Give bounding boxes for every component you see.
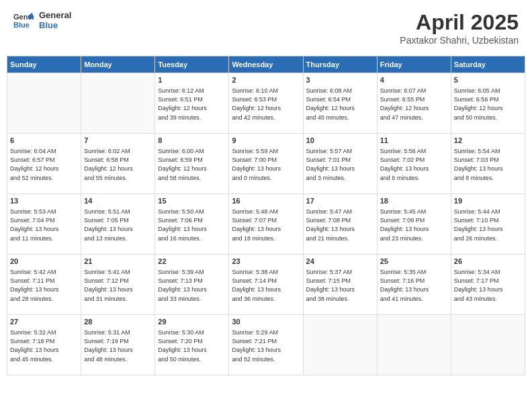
- day-info: Sunrise: 5:54 AM Sunset: 7:03 PM Dayligh…: [454, 147, 522, 182]
- weekday-header-saturday: Saturday: [451, 56, 525, 73]
- svg-text:Blue: Blue: [13, 21, 30, 29]
- day-info: Sunrise: 5:32 AM Sunset: 7:18 PM Dayligh…: [10, 328, 78, 363]
- calendar-cell: 11Sunrise: 5:56 AM Sunset: 7:02 PM Dayli…: [377, 134, 451, 194]
- day-info: Sunrise: 5:53 AM Sunset: 7:04 PM Dayligh…: [10, 208, 78, 242]
- day-number: 13: [10, 196, 78, 206]
- calendar-cell: 3Sunrise: 6:08 AM Sunset: 6:54 PM Daylig…: [303, 73, 377, 134]
- calendar-cell: [377, 315, 451, 375]
- calendar-cell: [7, 73, 81, 134]
- day-info: Sunrise: 6:04 AM Sunset: 6:57 PM Dayligh…: [10, 147, 78, 182]
- day-info: Sunrise: 5:37 AM Sunset: 7:15 PM Dayligh…: [306, 268, 374, 303]
- calendar-cell: 18Sunrise: 5:45 AM Sunset: 7:09 PM Dayli…: [377, 194, 451, 255]
- day-info: Sunrise: 6:02 AM Sunset: 6:58 PM Dayligh…: [84, 147, 152, 182]
- day-number: 6: [10, 136, 78, 146]
- calendar-cell: 9Sunrise: 5:59 AM Sunset: 7:00 PM Daylig…: [229, 134, 303, 194]
- day-number: 8: [158, 136, 226, 146]
- day-info: Sunrise: 6:10 AM Sunset: 6:53 PM Dayligh…: [232, 87, 300, 122]
- calendar-cell: 20Sunrise: 5:42 AM Sunset: 7:11 PM Dayli…: [7, 255, 81, 315]
- weekday-header-tuesday: Tuesday: [155, 56, 229, 73]
- calendar-cell: 26Sunrise: 5:34 AM Sunset: 7:17 PM Dayli…: [451, 255, 525, 315]
- day-info: Sunrise: 5:35 AM Sunset: 7:16 PM Dayligh…: [380, 268, 448, 303]
- calendar-cell: 17Sunrise: 5:47 AM Sunset: 7:08 PM Dayli…: [303, 194, 377, 255]
- calendar-cell: 30Sunrise: 5:29 AM Sunset: 7:21 PM Dayli…: [229, 315, 303, 375]
- logo-line1: General: [39, 10, 71, 20]
- calendar-cell: 28Sunrise: 5:31 AM Sunset: 7:19 PM Dayli…: [81, 315, 155, 375]
- calendar-body: 1Sunrise: 6:12 AM Sunset: 6:51 PM Daylig…: [7, 73, 525, 375]
- calendar-cell: 4Sunrise: 6:07 AM Sunset: 6:55 PM Daylig…: [377, 73, 451, 134]
- day-number: 5: [454, 75, 522, 85]
- calendar-table: SundayMondayTuesdayWednesdayThursdayFrid…: [7, 56, 525, 375]
- day-number: 4: [380, 75, 448, 85]
- logo-line2: Blue: [39, 20, 71, 30]
- calendar-cell: 7Sunrise: 6:02 AM Sunset: 6:58 PM Daylig…: [81, 134, 155, 194]
- day-number: 12: [454, 136, 522, 146]
- day-info: Sunrise: 5:41 AM Sunset: 7:12 PM Dayligh…: [84, 268, 152, 303]
- calendar-cell: 12Sunrise: 5:54 AM Sunset: 7:03 PM Dayli…: [451, 134, 525, 194]
- logo-icon: General Blue: [13, 10, 34, 30]
- day-number: 17: [306, 196, 374, 206]
- weekday-header-sunday: Sunday: [7, 56, 81, 73]
- day-number: 16: [232, 196, 300, 206]
- calendar-cell: 2Sunrise: 6:10 AM Sunset: 6:53 PM Daylig…: [229, 73, 303, 134]
- day-number: 3: [306, 75, 374, 85]
- day-info: Sunrise: 5:48 AM Sunset: 7:07 PM Dayligh…: [232, 208, 300, 242]
- day-number: 30: [232, 317, 300, 327]
- day-number: 2: [232, 75, 300, 85]
- calendar-cell: [451, 315, 525, 375]
- day-number: 19: [454, 196, 522, 206]
- day-number: 14: [84, 196, 152, 206]
- calendar-week-4: 20Sunrise: 5:42 AM Sunset: 7:11 PM Dayli…: [7, 255, 525, 315]
- weekday-header-wednesday: Wednesday: [229, 56, 303, 73]
- calendar-cell: 15Sunrise: 5:50 AM Sunset: 7:06 PM Dayli…: [155, 194, 229, 255]
- calendar-cell: [303, 315, 377, 375]
- day-info: Sunrise: 5:30 AM Sunset: 7:20 PM Dayligh…: [158, 328, 226, 363]
- calendar-cell: 24Sunrise: 5:37 AM Sunset: 7:15 PM Dayli…: [303, 255, 377, 315]
- day-number: 11: [380, 136, 448, 146]
- day-number: 26: [454, 257, 522, 267]
- day-number: 1: [158, 75, 226, 85]
- calendar-cell: 22Sunrise: 5:39 AM Sunset: 7:13 PM Dayli…: [155, 255, 229, 315]
- calendar-cell: 6Sunrise: 6:04 AM Sunset: 6:57 PM Daylig…: [7, 134, 81, 194]
- calendar-cell: 29Sunrise: 5:30 AM Sunset: 7:20 PM Dayli…: [155, 315, 229, 375]
- day-number: 10: [306, 136, 374, 146]
- calendar-week-2: 6Sunrise: 6:04 AM Sunset: 6:57 PM Daylig…: [7, 134, 525, 194]
- page-header: General Blue General Blue April 2025 Pax…: [7, 7, 525, 49]
- day-info: Sunrise: 6:12 AM Sunset: 6:51 PM Dayligh…: [158, 87, 226, 122]
- calendar-week-3: 13Sunrise: 5:53 AM Sunset: 7:04 PM Dayli…: [7, 194, 525, 255]
- calendar-cell: 13Sunrise: 5:53 AM Sunset: 7:04 PM Dayli…: [7, 194, 81, 255]
- calendar-cell: 16Sunrise: 5:48 AM Sunset: 7:07 PM Dayli…: [229, 194, 303, 255]
- calendar-cell: 21Sunrise: 5:41 AM Sunset: 7:12 PM Dayli…: [81, 255, 155, 315]
- day-number: 20: [10, 257, 78, 267]
- calendar-cell: 23Sunrise: 5:38 AM Sunset: 7:14 PM Dayli…: [229, 255, 303, 315]
- day-info: Sunrise: 5:57 AM Sunset: 7:01 PM Dayligh…: [306, 147, 374, 182]
- day-info: Sunrise: 5:50 AM Sunset: 7:06 PM Dayligh…: [158, 208, 226, 242]
- calendar-cell: 14Sunrise: 5:51 AM Sunset: 7:05 PM Dayli…: [81, 194, 155, 255]
- day-info: Sunrise: 6:05 AM Sunset: 6:56 PM Dayligh…: [454, 87, 522, 122]
- month-year: April 2025: [400, 10, 519, 35]
- calendar-cell: 25Sunrise: 5:35 AM Sunset: 7:16 PM Dayli…: [377, 255, 451, 315]
- day-info: Sunrise: 5:38 AM Sunset: 7:14 PM Dayligh…: [232, 268, 300, 303]
- calendar-week-5: 27Sunrise: 5:32 AM Sunset: 7:18 PM Dayli…: [7, 315, 525, 375]
- day-number: 21: [84, 257, 152, 267]
- location: Paxtakor Shahri, Uzbekistan: [400, 35, 519, 46]
- weekday-header-friday: Friday: [377, 56, 451, 73]
- calendar-cell: 27Sunrise: 5:32 AM Sunset: 7:18 PM Dayli…: [7, 315, 81, 375]
- logo: General Blue General Blue: [13, 10, 71, 30]
- calendar-cell: 19Sunrise: 5:44 AM Sunset: 7:10 PM Dayli…: [451, 194, 525, 255]
- day-info: Sunrise: 5:42 AM Sunset: 7:11 PM Dayligh…: [10, 268, 78, 303]
- calendar-header: SundayMondayTuesdayWednesdayThursdayFrid…: [7, 56, 525, 73]
- title-block: April 2025 Paxtakor Shahri, Uzbekistan: [400, 10, 519, 46]
- day-info: Sunrise: 5:39 AM Sunset: 7:13 PM Dayligh…: [158, 268, 226, 303]
- day-info: Sunrise: 5:59 AM Sunset: 7:00 PM Dayligh…: [232, 147, 300, 182]
- day-number: 25: [380, 257, 448, 267]
- calendar-week-1: 1Sunrise: 6:12 AM Sunset: 6:51 PM Daylig…: [7, 73, 525, 134]
- calendar-cell: [81, 73, 155, 134]
- day-number: 29: [158, 317, 226, 327]
- day-number: 9: [232, 136, 300, 146]
- weekday-header-thursday: Thursday: [303, 56, 377, 73]
- day-number: 27: [10, 317, 78, 327]
- day-number: 7: [84, 136, 152, 146]
- weekday-header-monday: Monday: [81, 56, 155, 73]
- day-info: Sunrise: 6:00 AM Sunset: 6:59 PM Dayligh…: [158, 147, 226, 182]
- day-number: 18: [380, 196, 448, 206]
